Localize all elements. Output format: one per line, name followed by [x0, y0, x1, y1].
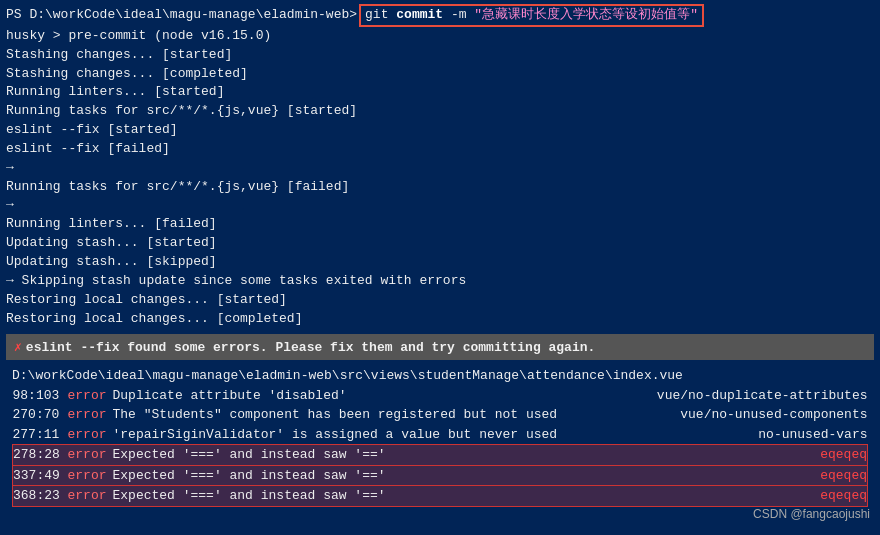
terminal-line: eslint --fix [started] — [6, 121, 874, 140]
terminal-window: PS D:\workCode\ideal\magu-manage\eladmin… — [0, 0, 880, 535]
command-box: git commit -m "急藏课时长度入学状态等设初始值等" — [359, 4, 704, 27]
cmd-commit: commit — [396, 7, 443, 22]
error-file-path: D:\workCode\ideal\magu-manage\eladmin-we… — [12, 366, 868, 386]
terminal-line: → — [6, 159, 874, 178]
cmd-git: git — [365, 7, 388, 22]
terminal-line: Restoring local changes... [started] — [6, 291, 874, 310]
terminal-line: Restoring local changes... [completed] — [6, 310, 874, 329]
terminal-line: eslint --fix [failed] — [6, 140, 874, 159]
error-message: Expected '===' and instead saw '==' — [113, 486, 619, 507]
error-location: 98:103 — [13, 386, 68, 406]
terminal-line: Running linters... [failed] — [6, 215, 874, 234]
error-rule: no-unused-vars — [619, 425, 868, 445]
watermark: CSDN @fangcaojushi — [753, 507, 870, 521]
error-rule: eqeqeq — [619, 445, 868, 466]
error-message: Duplicate attribute 'disabled' — [113, 386, 619, 406]
error-banner-text: eslint --fix found some errors. Please f… — [26, 340, 596, 355]
terminal-line: Stashing changes... [completed] — [6, 65, 874, 84]
cmd-flag: -m — [451, 7, 467, 22]
cmd-message: "急藏课时长度入学状态等设初始值等" — [474, 7, 698, 22]
prompt-line: PS D:\workCode\ideal\magu-manage\eladmin… — [6, 4, 874, 27]
error-severity: error — [68, 425, 113, 445]
error-row: 98:103errorDuplicate attribute 'disabled… — [13, 386, 868, 406]
terminal-line: Updating stash... [started] — [6, 234, 874, 253]
terminal-line: → — [6, 196, 874, 215]
error-severity: error — [68, 465, 113, 486]
terminal-line: Running tasks for src/**/*.{js,vue} [sta… — [6, 102, 874, 121]
error-row: 277:11error'repairSiginValidator' is ass… — [13, 425, 868, 445]
terminal-line: Running tasks for src/**/*.{js,vue} [fai… — [6, 178, 874, 197]
error-location: 270:70 — [13, 405, 68, 425]
error-location: 278:28 — [13, 445, 68, 466]
error-banner: ✗ eslint --fix found some errors. Please… — [6, 334, 874, 360]
terminal-line: → Skipping stash update since some tasks… — [6, 272, 874, 291]
error-rule: vue/no-duplicate-attributes — [619, 386, 868, 406]
error-message: Expected '===' and instead saw '==' — [113, 445, 619, 466]
terminal-line: Updating stash... [skipped] — [6, 253, 874, 272]
terminal-line: Running linters... [started] — [6, 83, 874, 102]
error-table: 98:103errorDuplicate attribute 'disabled… — [12, 386, 868, 507]
error-row: 368:23errorExpected '===' and instead sa… — [13, 486, 868, 507]
error-location: 277:11 — [13, 425, 68, 445]
error-severity: error — [68, 445, 113, 466]
terminal-line: husky > pre-commit (node v16.15.0) — [6, 27, 874, 46]
error-message: The "Students" component has been regist… — [113, 405, 619, 425]
prompt-text: PS D:\workCode\ideal\magu-manage\eladmin… — [6, 6, 357, 25]
error-severity: error — [68, 405, 113, 425]
error-row: 278:28errorExpected '===' and instead sa… — [13, 445, 868, 466]
error-row: 337:49errorExpected '===' and instead sa… — [13, 465, 868, 486]
error-location: 337:49 — [13, 465, 68, 486]
error-rule: eqeqeq — [619, 486, 868, 507]
error-message: Expected '===' and instead saw '==' — [113, 465, 619, 486]
error-section: D:\workCode\ideal\magu-manage\eladmin-we… — [6, 366, 874, 507]
error-message: 'repairSiginValidator' is assigned a val… — [113, 425, 619, 445]
terminal-output: husky > pre-commit (node v16.15.0)Stashi… — [6, 27, 874, 329]
error-severity: error — [68, 386, 113, 406]
terminal-line: Stashing changes... [started] — [6, 46, 874, 65]
error-icon: ✗ — [14, 339, 22, 355]
error-rule: eqeqeq — [619, 465, 868, 486]
error-severity: error — [68, 486, 113, 507]
error-location: 368:23 — [13, 486, 68, 507]
error-rule: vue/no-unused-components — [619, 405, 868, 425]
error-row: 270:70errorThe "Students" component has … — [13, 405, 868, 425]
